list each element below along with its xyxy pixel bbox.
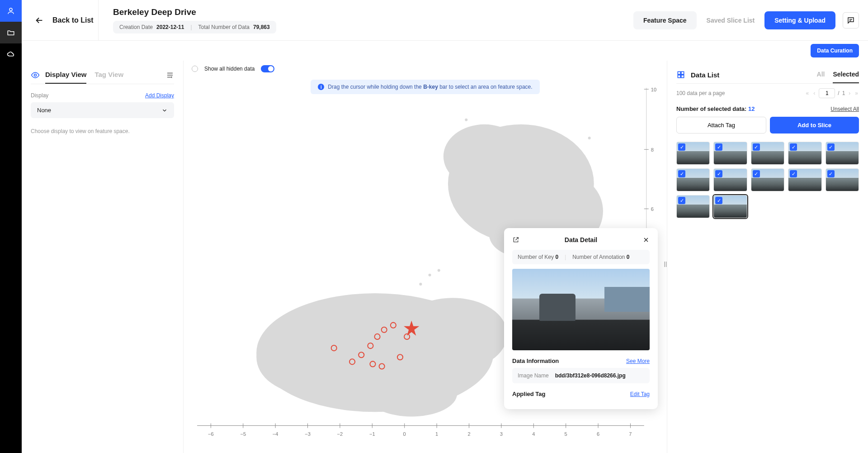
data-curation-button[interactable]: Data Curation — [811, 44, 859, 57]
thumbnail[interactable]: ✓ — [751, 168, 784, 191]
thumbnail[interactable]: ✓ — [826, 168, 859, 191]
check-icon[interactable]: ✓ — [678, 170, 685, 177]
attach-tag-button[interactable]: Attach Tag — [676, 117, 766, 134]
selected-label: Number of selected data: — [676, 105, 746, 112]
tab-display-view[interactable]: Display View — [45, 66, 86, 84]
svg-point-17 — [419, 283, 422, 286]
x-tick: 5 — [565, 431, 567, 437]
page-prev-icon[interactable]: ‹ — [812, 89, 816, 97]
total-label: Total Number of Data — [198, 24, 250, 30]
check-icon[interactable]: ✓ — [790, 170, 797, 177]
x-axis-ticks: −6−5−4−3−2−101234567 — [208, 424, 632, 437]
page-last-icon[interactable]: » — [854, 89, 859, 97]
add-to-slice-button[interactable]: Add to Slice — [770, 117, 859, 134]
thumbnail[interactable]: ✓ — [826, 142, 859, 165]
close-icon[interactable] — [642, 236, 650, 243]
back-to-list[interactable]: Back to List — [22, 0, 99, 41]
thumbnail[interactable]: ✓ — [713, 168, 747, 191]
pager: « ‹ / 1 › » — [805, 88, 859, 98]
check-icon[interactable]: ✓ — [790, 143, 797, 151]
svg-point-13 — [398, 298, 507, 371]
title-section: Berkeley Deep Drive Creation Date 2022-1… — [99, 7, 633, 33]
image-name-field: Image Name bdd/3bf312e8-096d8266.jpg — [512, 368, 650, 383]
page-next-icon[interactable]: › — [848, 89, 851, 97]
detail-title: Data Detail — [519, 236, 642, 243]
svg-point-18 — [588, 137, 591, 139]
comment-icon — [847, 16, 855, 24]
check-icon[interactable]: ✓ — [827, 143, 835, 151]
nav-user[interactable] — [0, 0, 22, 22]
feature-space-canvas[interactable]: Show all hidden data i Drag the cursor w… — [184, 61, 667, 453]
cluster-lower — [256, 293, 507, 416]
resize-handle[interactable]: || — [664, 257, 667, 271]
check-icon[interactable]: ✓ — [678, 143, 685, 151]
collapse-panel-icon[interactable] — [166, 71, 174, 79]
per-page-info: 100 data per a page — [676, 90, 805, 96]
x-tick: −4 — [273, 431, 278, 437]
svg-point-1 — [34, 74, 37, 76]
selected-count: 12 — [748, 105, 755, 112]
check-icon[interactable]: ✓ — [753, 143, 760, 151]
detail-stats: Number of Key 0 | Number of Annotation 0 — [512, 250, 650, 264]
svg-point-15 — [429, 274, 431, 277]
display-hint: Choose display to view on feature space. — [31, 128, 174, 134]
page-first-icon[interactable]: « — [805, 89, 810, 97]
page-input[interactable] — [819, 88, 835, 98]
check-icon[interactable]: ✓ — [678, 197, 685, 204]
thumbnail[interactable]: ✓ — [676, 195, 710, 218]
setting-upload-button[interactable]: Setting & Upload — [764, 11, 835, 29]
show-hidden-label: Show all hidden data — [204, 66, 255, 72]
check-icon[interactable]: ✓ — [715, 170, 722, 177]
tab-selected[interactable]: Selected — [833, 66, 859, 83]
folder-icon — [7, 29, 15, 37]
y-tick: 10 — [651, 87, 656, 92]
add-display-link[interactable]: Add Display — [145, 92, 174, 99]
thumbnail[interactable]: ✓ — [788, 142, 821, 165]
tab-tag-view[interactable]: Tag View — [94, 66, 123, 84]
nav-cloud[interactable] — [0, 43, 22, 65]
svg-rect-48 — [681, 72, 684, 74]
check-icon[interactable]: ✓ — [827, 170, 835, 177]
meta-pill: Creation Date 2022-12-11 | Total Number … — [113, 21, 276, 33]
tab-all[interactable]: All — [817, 66, 825, 83]
thumbnail[interactable]: ✓ — [676, 142, 710, 165]
edit-tag-link[interactable]: Edit Tag — [630, 391, 650, 397]
data-detail-panel: Data Detail Number of Key 0 | Number of … — [504, 228, 658, 409]
thumbnail[interactable]: ✓ — [713, 142, 747, 165]
x-tick: −1 — [369, 431, 375, 437]
svg-rect-49 — [678, 75, 680, 78]
detail-image[interactable] — [512, 269, 650, 350]
x-tick: −2 — [337, 431, 343, 437]
subbar: Data Curation — [22, 41, 868, 61]
creation-label: Creation Date — [119, 24, 153, 30]
svg-point-8 — [443, 124, 526, 188]
left-panel: Display View Tag View Display Add Displa… — [22, 61, 184, 453]
display-select[interactable]: None — [31, 102, 174, 118]
check-icon[interactable]: ✓ — [715, 143, 722, 151]
thumbnail[interactable]: ✓ — [713, 195, 747, 218]
page-title: Berkeley Deep Drive — [113, 7, 633, 17]
check-icon[interactable]: ✓ — [753, 170, 760, 177]
thumbnail[interactable]: ✓ — [751, 142, 784, 165]
thumbnail-grid: ✓✓✓✓✓✓✓✓✓✓✓✓ — [676, 142, 859, 218]
thumbnail[interactable]: ✓ — [676, 168, 710, 191]
popout-icon[interactable] — [512, 236, 519, 243]
tab-feature-space[interactable]: Feature Space — [633, 11, 697, 29]
svg-point-0 — [9, 8, 12, 11]
radio-hidden-data[interactable] — [192, 66, 198, 72]
grid-icon — [676, 70, 685, 79]
svg-point-19 — [465, 119, 467, 121]
check-icon[interactable]: ✓ — [715, 197, 722, 204]
top-actions: Setting & Upload — [764, 11, 859, 29]
comment-button[interactable] — [843, 12, 859, 29]
see-more-link[interactable]: See More — [626, 358, 650, 364]
display-label: Display — [31, 92, 48, 99]
unselect-all-link[interactable]: Unselect All — [830, 106, 859, 112]
center-tabs: Feature Space Saved Slice List — [633, 11, 764, 29]
nav-folder[interactable] — [0, 22, 22, 43]
show-hidden-toggle[interactable] — [261, 65, 274, 72]
y-tick: 8 — [651, 147, 654, 153]
thumbnail[interactable]: ✓ — [788, 168, 821, 191]
tab-saved-slice[interactable]: Saved Slice List — [697, 11, 765, 29]
svg-point-16 — [438, 269, 440, 272]
